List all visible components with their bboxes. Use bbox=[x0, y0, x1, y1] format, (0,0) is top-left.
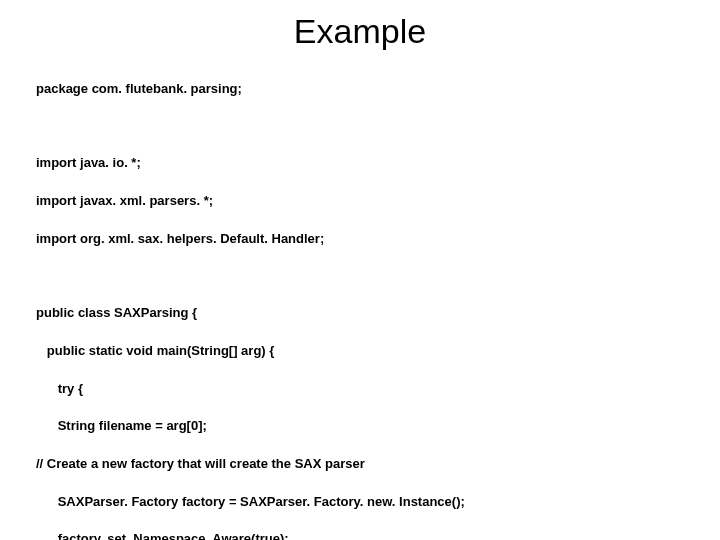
code-line: public static void main(String[] arg) { bbox=[36, 342, 684, 361]
code-blank bbox=[36, 118, 684, 136]
code-line: import java. io. *; bbox=[36, 154, 684, 173]
code-line: // Create a new factory that will create… bbox=[36, 455, 684, 474]
code-line: SAXParser. Factory factory = SAXParser. … bbox=[36, 493, 684, 512]
code-blank bbox=[36, 267, 684, 285]
code-line: public class SAXParsing { bbox=[36, 304, 684, 323]
code-line: package com. flutebank. parsing; bbox=[36, 80, 684, 99]
code-line: try { bbox=[36, 380, 684, 399]
code-line: import javax. xml. parsers. *; bbox=[36, 192, 684, 211]
code-line: factory. set. Namespace. Aware(true); bbox=[36, 530, 684, 540]
code-block: package com. flutebank. parsing; import … bbox=[36, 61, 684, 540]
slide: Example package com. flutebank. parsing;… bbox=[0, 0, 720, 540]
slide-title: Example bbox=[36, 12, 684, 51]
code-line: import org. xml. sax. helpers. Default. … bbox=[36, 230, 684, 249]
code-line: String filename = arg[0]; bbox=[36, 417, 684, 436]
